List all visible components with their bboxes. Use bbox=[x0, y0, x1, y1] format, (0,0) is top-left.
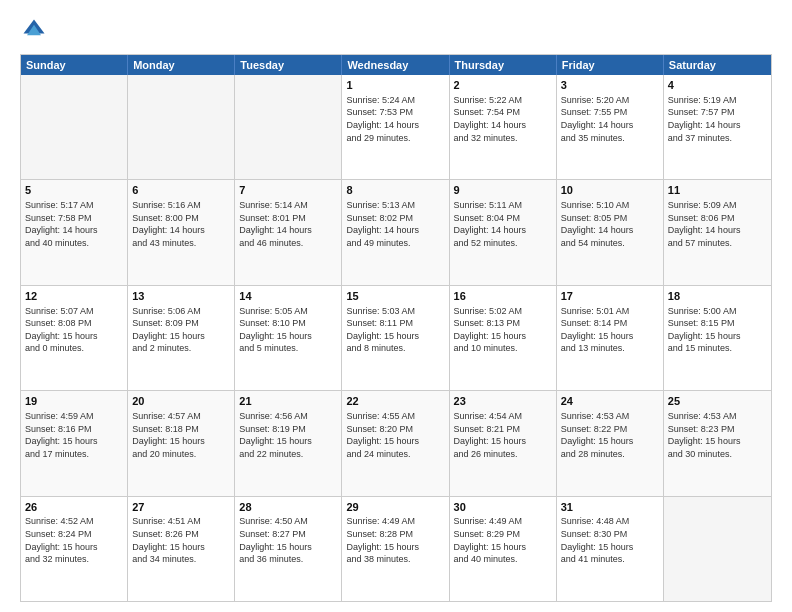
cell-text: Sunrise: 4:49 AM Sunset: 8:29 PM Dayligh… bbox=[454, 515, 552, 565]
calendar-cell: 6Sunrise: 5:16 AM Sunset: 8:00 PM Daylig… bbox=[128, 180, 235, 284]
cell-text: Sunrise: 5:01 AM Sunset: 8:14 PM Dayligh… bbox=[561, 305, 659, 355]
day-number: 2 bbox=[454, 78, 552, 93]
day-number: 27 bbox=[132, 500, 230, 515]
calendar-cell: 5Sunrise: 5:17 AM Sunset: 7:58 PM Daylig… bbox=[21, 180, 128, 284]
cell-text: Sunrise: 4:53 AM Sunset: 8:22 PM Dayligh… bbox=[561, 410, 659, 460]
day-number: 31 bbox=[561, 500, 659, 515]
day-number: 6 bbox=[132, 183, 230, 198]
header bbox=[20, 16, 772, 44]
day-number: 10 bbox=[561, 183, 659, 198]
cell-text: Sunrise: 5:20 AM Sunset: 7:55 PM Dayligh… bbox=[561, 94, 659, 144]
day-number: 13 bbox=[132, 289, 230, 304]
weekday-header: Sunday bbox=[21, 55, 128, 75]
cell-text: Sunrise: 5:17 AM Sunset: 7:58 PM Dayligh… bbox=[25, 199, 123, 249]
calendar-cell: 10Sunrise: 5:10 AM Sunset: 8:05 PM Dayli… bbox=[557, 180, 664, 284]
day-number: 22 bbox=[346, 394, 444, 409]
cell-text: Sunrise: 4:53 AM Sunset: 8:23 PM Dayligh… bbox=[668, 410, 767, 460]
calendar-cell: 15Sunrise: 5:03 AM Sunset: 8:11 PM Dayli… bbox=[342, 286, 449, 390]
calendar-cell: 18Sunrise: 5:00 AM Sunset: 8:15 PM Dayli… bbox=[664, 286, 771, 390]
calendar-cell: 3Sunrise: 5:20 AM Sunset: 7:55 PM Daylig… bbox=[557, 75, 664, 179]
day-number: 28 bbox=[239, 500, 337, 515]
calendar-cell: 4Sunrise: 5:19 AM Sunset: 7:57 PM Daylig… bbox=[664, 75, 771, 179]
weekday-header: Thursday bbox=[450, 55, 557, 75]
cell-text: Sunrise: 4:56 AM Sunset: 8:19 PM Dayligh… bbox=[239, 410, 337, 460]
calendar-cell bbox=[235, 75, 342, 179]
cell-text: Sunrise: 4:54 AM Sunset: 8:21 PM Dayligh… bbox=[454, 410, 552, 460]
day-number: 4 bbox=[668, 78, 767, 93]
cell-text: Sunrise: 5:24 AM Sunset: 7:53 PM Dayligh… bbox=[346, 94, 444, 144]
cell-text: Sunrise: 5:13 AM Sunset: 8:02 PM Dayligh… bbox=[346, 199, 444, 249]
cell-text: Sunrise: 5:03 AM Sunset: 8:11 PM Dayligh… bbox=[346, 305, 444, 355]
calendar-cell: 20Sunrise: 4:57 AM Sunset: 8:18 PM Dayli… bbox=[128, 391, 235, 495]
cell-text: Sunrise: 5:07 AM Sunset: 8:08 PM Dayligh… bbox=[25, 305, 123, 355]
calendar-cell: 26Sunrise: 4:52 AM Sunset: 8:24 PM Dayli… bbox=[21, 497, 128, 601]
day-number: 12 bbox=[25, 289, 123, 304]
cell-text: Sunrise: 5:22 AM Sunset: 7:54 PM Dayligh… bbox=[454, 94, 552, 144]
cell-text: Sunrise: 4:57 AM Sunset: 8:18 PM Dayligh… bbox=[132, 410, 230, 460]
calendar-cell: 13Sunrise: 5:06 AM Sunset: 8:09 PM Dayli… bbox=[128, 286, 235, 390]
logo bbox=[20, 16, 52, 44]
calendar-cell bbox=[664, 497, 771, 601]
day-number: 14 bbox=[239, 289, 337, 304]
weekday-header: Saturday bbox=[664, 55, 771, 75]
cell-text: Sunrise: 5:09 AM Sunset: 8:06 PM Dayligh… bbox=[668, 199, 767, 249]
calendar-cell: 31Sunrise: 4:48 AM Sunset: 8:30 PM Dayli… bbox=[557, 497, 664, 601]
day-number: 1 bbox=[346, 78, 444, 93]
calendar-header: SundayMondayTuesdayWednesdayThursdayFrid… bbox=[21, 55, 771, 75]
calendar-cell: 7Sunrise: 5:14 AM Sunset: 8:01 PM Daylig… bbox=[235, 180, 342, 284]
cell-text: Sunrise: 5:06 AM Sunset: 8:09 PM Dayligh… bbox=[132, 305, 230, 355]
cell-text: Sunrise: 4:49 AM Sunset: 8:28 PM Dayligh… bbox=[346, 515, 444, 565]
cell-text: Sunrise: 5:19 AM Sunset: 7:57 PM Dayligh… bbox=[668, 94, 767, 144]
day-number: 5 bbox=[25, 183, 123, 198]
cell-text: Sunrise: 4:51 AM Sunset: 8:26 PM Dayligh… bbox=[132, 515, 230, 565]
calendar-cell: 27Sunrise: 4:51 AM Sunset: 8:26 PM Dayli… bbox=[128, 497, 235, 601]
calendar-cell: 24Sunrise: 4:53 AM Sunset: 8:22 PM Dayli… bbox=[557, 391, 664, 495]
calendar-cell: 25Sunrise: 4:53 AM Sunset: 8:23 PM Dayli… bbox=[664, 391, 771, 495]
cell-text: Sunrise: 5:05 AM Sunset: 8:10 PM Dayligh… bbox=[239, 305, 337, 355]
calendar-cell: 16Sunrise: 5:02 AM Sunset: 8:13 PM Dayli… bbox=[450, 286, 557, 390]
day-number: 15 bbox=[346, 289, 444, 304]
calendar-cell bbox=[128, 75, 235, 179]
day-number: 9 bbox=[454, 183, 552, 198]
day-number: 26 bbox=[25, 500, 123, 515]
day-number: 16 bbox=[454, 289, 552, 304]
day-number: 25 bbox=[668, 394, 767, 409]
day-number: 29 bbox=[346, 500, 444, 515]
day-number: 20 bbox=[132, 394, 230, 409]
cell-text: Sunrise: 5:16 AM Sunset: 8:00 PM Dayligh… bbox=[132, 199, 230, 249]
cell-text: Sunrise: 4:52 AM Sunset: 8:24 PM Dayligh… bbox=[25, 515, 123, 565]
day-number: 19 bbox=[25, 394, 123, 409]
calendar-cell: 23Sunrise: 4:54 AM Sunset: 8:21 PM Dayli… bbox=[450, 391, 557, 495]
day-number: 7 bbox=[239, 183, 337, 198]
day-number: 24 bbox=[561, 394, 659, 409]
day-number: 3 bbox=[561, 78, 659, 93]
cell-text: Sunrise: 5:11 AM Sunset: 8:04 PM Dayligh… bbox=[454, 199, 552, 249]
day-number: 8 bbox=[346, 183, 444, 198]
calendar-cell: 30Sunrise: 4:49 AM Sunset: 8:29 PM Dayli… bbox=[450, 497, 557, 601]
calendar-cell: 8Sunrise: 5:13 AM Sunset: 8:02 PM Daylig… bbox=[342, 180, 449, 284]
weekday-header: Monday bbox=[128, 55, 235, 75]
calendar-cell: 12Sunrise: 5:07 AM Sunset: 8:08 PM Dayli… bbox=[21, 286, 128, 390]
calendar-cell: 21Sunrise: 4:56 AM Sunset: 8:19 PM Dayli… bbox=[235, 391, 342, 495]
calendar-cell: 11Sunrise: 5:09 AM Sunset: 8:06 PM Dayli… bbox=[664, 180, 771, 284]
cell-text: Sunrise: 5:00 AM Sunset: 8:15 PM Dayligh… bbox=[668, 305, 767, 355]
calendar-cell: 14Sunrise: 5:05 AM Sunset: 8:10 PM Dayli… bbox=[235, 286, 342, 390]
cell-text: Sunrise: 5:14 AM Sunset: 8:01 PM Dayligh… bbox=[239, 199, 337, 249]
day-number: 18 bbox=[668, 289, 767, 304]
day-number: 30 bbox=[454, 500, 552, 515]
weekday-header: Friday bbox=[557, 55, 664, 75]
cell-text: Sunrise: 4:55 AM Sunset: 8:20 PM Dayligh… bbox=[346, 410, 444, 460]
calendar: SundayMondayTuesdayWednesdayThursdayFrid… bbox=[20, 54, 772, 602]
cell-text: Sunrise: 5:10 AM Sunset: 8:05 PM Dayligh… bbox=[561, 199, 659, 249]
logo-icon bbox=[20, 16, 48, 44]
calendar-row: 5Sunrise: 5:17 AM Sunset: 7:58 PM Daylig… bbox=[21, 179, 771, 284]
cell-text: Sunrise: 4:50 AM Sunset: 8:27 PM Dayligh… bbox=[239, 515, 337, 565]
day-number: 17 bbox=[561, 289, 659, 304]
calendar-cell: 22Sunrise: 4:55 AM Sunset: 8:20 PM Dayli… bbox=[342, 391, 449, 495]
cell-text: Sunrise: 4:48 AM Sunset: 8:30 PM Dayligh… bbox=[561, 515, 659, 565]
day-number: 23 bbox=[454, 394, 552, 409]
cell-text: Sunrise: 4:59 AM Sunset: 8:16 PM Dayligh… bbox=[25, 410, 123, 460]
calendar-cell: 28Sunrise: 4:50 AM Sunset: 8:27 PM Dayli… bbox=[235, 497, 342, 601]
calendar-cell bbox=[21, 75, 128, 179]
calendar-row: 12Sunrise: 5:07 AM Sunset: 8:08 PM Dayli… bbox=[21, 285, 771, 390]
